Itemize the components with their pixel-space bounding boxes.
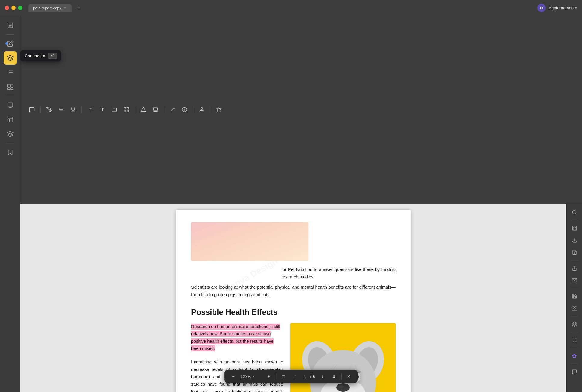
right-ocr-icon[interactable] [569,223,580,234]
right-sep-1 [571,220,578,220]
stamp-tool-icon[interactable] [150,104,161,115]
svg-rect-23 [124,108,126,109]
tab-area: pets report-copy ✏ + [28,3,82,13]
pen-tool-icon[interactable] [44,104,54,115]
intro-body-text: Scientists are looking at what the poten… [191,284,396,298]
right-sep-2 [571,260,578,260]
right-mail-icon[interactable] [569,275,580,286]
right-sep-6 [571,348,578,348]
maximize-button[interactable] [18,6,22,10]
sidebar-sep-1 [6,34,15,35]
document-area: Canva Design Canva Design for Pet Nutrit… [20,204,582,392]
right-search-icon[interactable] [569,207,580,218]
page-current-input[interactable] [302,374,308,379]
svg-point-56 [572,210,576,214]
right-flower-icon[interactable]: ✿ [569,351,580,361]
minimize-button[interactable] [11,6,16,10]
svg-rect-14 [8,103,13,107]
titlebar: pets report-copy ✏ + D Aggiornamento [0,0,582,16]
zoom-value: 129% [240,374,251,379]
svg-point-48 [339,385,344,388]
add-tab-button[interactable]: + [74,3,82,13]
grid-tool-icon[interactable] [121,104,132,115]
svg-point-32 [201,108,203,110]
right-layers-icon[interactable] [569,319,580,330]
intro-right-text: for Pet Nutrition to answer questions li… [281,266,396,281]
right-sidebar: ✿ [566,204,582,392]
nav-prev-button[interactable]: ↑ [291,372,299,381]
tooltip: Commento ⌘1 [20,50,61,61]
right-export-icon[interactable] [569,247,580,258]
page-total: 6 [313,374,315,379]
svg-rect-10 [7,84,10,87]
tab-title: pets report-copy [33,6,61,10]
close-button[interactable] [5,6,9,10]
sidebar-item-list[interactable] [4,66,17,79]
highlighted-paragraph: Research on human-animal interactions is… [191,323,283,353]
user-avatar: D [537,4,546,12]
strikethrough-tool-icon[interactable] [56,104,66,115]
toolbar-sep-4 [164,106,164,113]
page-separator: / [310,374,311,379]
sidebar-item-layers[interactable] [4,127,17,141]
right-sep-4 [571,316,578,316]
toolbar-sep-2 [81,106,82,113]
zoom-plus-button[interactable]: + [265,372,273,381]
highlighted-text: Research on human-animal interactions is… [191,324,280,352]
text-box-tool-icon[interactable] [109,104,120,115]
zoom-display[interactable]: 129% ▾ [240,374,262,379]
right-download-icon[interactable] [569,235,580,246]
sidebar-item-template[interactable] [4,113,17,126]
bottom-sep-2 [341,373,342,379]
sidebar-item-pages[interactable] [4,80,17,93]
sidebar-item-bookmark[interactable] [4,146,17,159]
right-comment-icon[interactable] [569,366,580,377]
highlight-tool-icon[interactable] [213,104,224,115]
toolbar: T T [20,16,582,204]
page-display: / 6 [302,374,315,379]
measure-tool-icon[interactable] [138,104,149,115]
svg-marker-16 [7,131,13,134]
user-tool-icon[interactable] [196,104,207,115]
zoom-minus-button[interactable]: − [229,372,237,381]
right-save-icon[interactable] [569,291,580,302]
content-wrapper: T T [20,16,582,392]
nav-last-button[interactable]: ⇊ [330,372,338,381]
svg-point-17 [48,109,49,110]
close-nav-button[interactable]: ✕ [345,372,353,381]
active-indicator [5,42,8,45]
text-bold-tool-icon[interactable]: T [97,104,108,115]
text-tool-icon[interactable]: T [85,104,96,115]
edit-tab-icon[interactable]: ✏ [64,6,67,10]
document-page[interactable]: Canva Design Canva Design for Pet Nutrit… [20,204,566,392]
sidebar-item-highlight[interactable] [4,51,17,65]
sidebar-item-stamp[interactable] [4,99,17,112]
shape-tool-icon[interactable] [179,104,190,115]
tooltip-shortcut: ⌘1 [48,53,57,59]
main-area: T T [0,16,582,392]
section-heading: Possible Health Effects [191,308,396,317]
line-tool-icon[interactable] [167,104,178,115]
comment-tool-icon[interactable] [26,104,37,115]
page-content: Canva Design Canva Design for Pet Nutrit… [176,210,411,392]
svg-rect-25 [124,110,126,112]
toolbar-sep-5 [193,106,193,113]
left-sidebar [0,16,20,392]
right-share-icon[interactable] [569,263,580,274]
svg-rect-24 [127,108,129,109]
pet-top-image [191,222,308,261]
nav-next-button[interactable]: ↓ [318,372,327,381]
svg-rect-15 [8,117,13,122]
svg-rect-26 [127,110,129,112]
toolbar-sep-1 [40,106,41,113]
underline-tool-icon[interactable] [68,104,78,115]
nav-first-button[interactable]: ⇈ [279,372,288,381]
sidebar-item-edit[interactable] [4,37,17,50]
document-tab[interactable]: pets report-copy ✏ [28,4,72,12]
right-bookmark-icon[interactable] [569,335,580,345]
right-camera-icon[interactable] [569,303,580,314]
user-name: Aggiornamento [549,5,577,10]
svg-rect-11 [10,84,13,87]
sidebar-item-document[interactable] [4,19,17,32]
zoom-chevron-icon: ▾ [253,375,254,378]
